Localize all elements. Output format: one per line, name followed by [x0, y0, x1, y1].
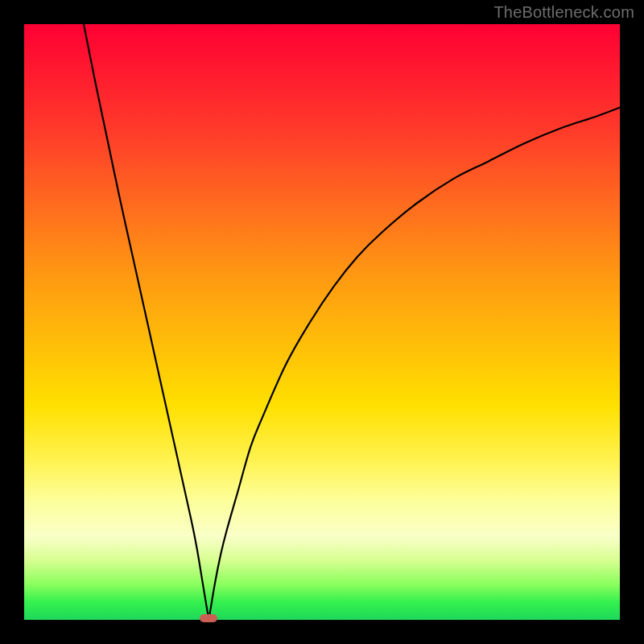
curve-right-branch: [208, 108, 620, 620]
optimum-marker: [200, 614, 217, 622]
plot-area: [24, 24, 620, 620]
curve-left-branch: [84, 24, 208, 620]
bottleneck-curve: [24, 24, 620, 620]
chart-frame: TheBottleneck.com: [0, 0, 644, 644]
watermark-text: TheBottleneck.com: [493, 3, 634, 22]
